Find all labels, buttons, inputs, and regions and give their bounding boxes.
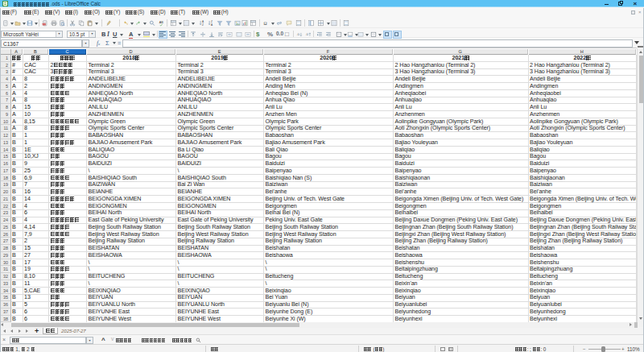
svg-text:AB: AB (159, 21, 164, 24)
svg-text:.0: .0 (305, 32, 308, 36)
svg-text:A: A (211, 23, 213, 27)
svg-text:Z: Z (202, 23, 204, 27)
svg-text:Ω: Ω (263, 21, 266, 26)
svg-text:.0: .0 (296, 32, 299, 36)
